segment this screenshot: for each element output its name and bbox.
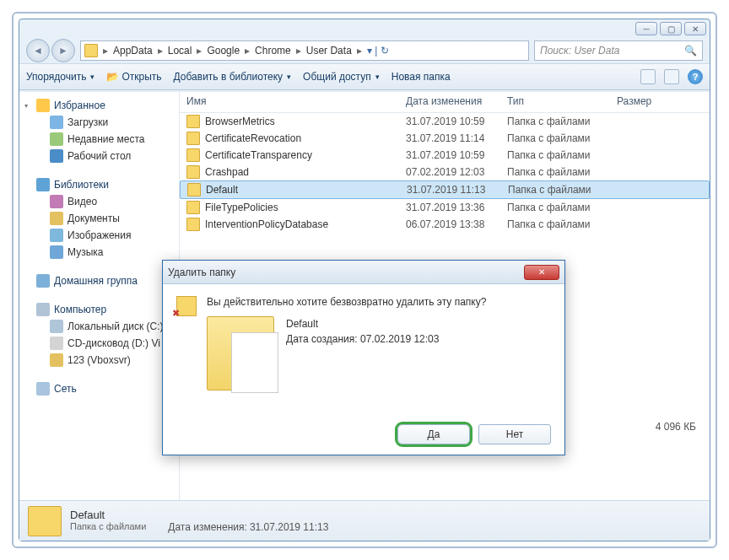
table-row[interactable]: FileTypePolicies31.07.2019 13:36Папка с …	[180, 199, 710, 216]
minimize-button[interactable]: ─	[635, 22, 657, 35]
share-icon	[50, 353, 63, 367]
breadcrumb-seg[interactable]: User Data	[303, 45, 355, 57]
file-date: 31.07.2019 11:14	[406, 132, 507, 144]
dialog-message: Вы действительно хотите безвозвратно уда…	[207, 296, 551, 308]
breadcrumb[interactable]: ▸ AppData▸ Local▸ Google▸ Chrome▸ User D…	[80, 40, 529, 61]
column-headers[interactable]: Имя Дата изменения Тип Размер	[180, 92, 710, 113]
sidebar-favorites[interactable]: Избранное	[19, 97, 179, 114]
file-type: Папка с файлами	[507, 218, 617, 230]
sidebar-item-cd-drive[interactable]: CD-дисковод (D:) Vi	[19, 335, 179, 352]
folder-large-icon	[207, 316, 274, 390]
dialog-item-info: Default Дата создания: 07.02.2019 12:03	[286, 316, 439, 390]
status-type: Папка с файлами	[70, 521, 146, 533]
file-name: CertificateTransparency	[205, 149, 406, 161]
col-date[interactable]: Дата изменения	[406, 95, 507, 107]
sidebar-computer[interactable]: Компьютер	[19, 301, 179, 318]
sidebar-item-local-disk[interactable]: Локальный диск (C:)	[19, 318, 179, 335]
folder-icon	[28, 506, 62, 536]
open-button[interactable]: 📂 Открыть	[106, 71, 161, 83]
preview-pane-button[interactable]	[664, 69, 679, 84]
sidebar-item-share[interactable]: 123 (Vboxsvr)	[19, 352, 179, 369]
breadcrumb-seg[interactable]: Local	[165, 45, 196, 57]
dialog-titlebar: Удалить папку ✕	[163, 261, 564, 284]
folder-icon	[84, 44, 98, 57]
sidebar-homegroup[interactable]: Домашняя группа	[19, 272, 179, 289]
no-button[interactable]: Нет	[478, 424, 551, 444]
file-type: Папка с файлами	[507, 166, 617, 178]
file-date: 31.07.2019 13:36	[406, 202, 507, 213]
nav-forward-button[interactable]: ►	[51, 39, 75, 62]
file-name: InterventionPolicyDatabase	[205, 218, 406, 230]
sidebar-item-music[interactable]: Музыка	[19, 244, 179, 261]
address-row: ◄ ► ▸ AppData▸ Local▸ Google▸ Chrome▸ Us…	[19, 38, 710, 63]
share-button[interactable]: Общий доступ	[303, 71, 380, 83]
file-date: 06.07.2019 13:38	[406, 218, 507, 230]
folder-icon	[186, 115, 200, 128]
file-date: 07.02.2019 12:03	[406, 166, 507, 178]
titlebar: ─ ▢ ✕	[19, 19, 710, 38]
sidebar-network[interactable]: Сеть	[19, 380, 179, 397]
table-row[interactable]: CertificateRevocation31.07.2019 11:14Пап…	[180, 130, 710, 147]
table-row[interactable]: Default31.07.2019 11:13Папка с файлами	[180, 180, 710, 199]
folder-icon	[186, 201, 200, 214]
sidebar-item-documents[interactable]: Документы	[19, 210, 179, 227]
table-row[interactable]: CertificateTransparency31.07.2019 10:59П…	[180, 147, 710, 164]
col-name[interactable]: Имя	[186, 95, 406, 107]
folder-icon	[186, 148, 200, 162]
file-type: Папка с файлами	[507, 132, 617, 144]
help-button[interactable]: ?	[688, 69, 703, 84]
warning-icon	[176, 296, 197, 316]
view-options-button[interactable]	[640, 69, 656, 84]
sidebar-item-images[interactable]: Изображения	[19, 227, 179, 244]
col-type[interactable]: Тип	[507, 95, 617, 107]
breadcrumb-seg[interactable]: AppData	[110, 45, 156, 57]
search-icon: 🔍	[684, 45, 697, 57]
organize-button[interactable]: Упорядочить	[26, 71, 94, 83]
maximize-button[interactable]: ▢	[660, 22, 682, 35]
documents-icon	[50, 212, 63, 225]
folder-icon	[187, 183, 201, 197]
col-size[interactable]: Размер	[617, 95, 710, 107]
cd-icon	[50, 337, 63, 350]
star-icon	[36, 99, 50, 112]
file-name: Crashpad	[205, 166, 406, 178]
table-row[interactable]: InterventionPolicyDatabase06.07.2019 13:…	[180, 216, 710, 233]
file-name: Default	[206, 184, 407, 196]
statusbar: Default Папка с файлами Дата изменения: …	[19, 500, 710, 541]
hdd-icon	[50, 320, 63, 333]
add-to-library-button[interactable]: Добавить в библиотеку	[174, 71, 292, 83]
folder-icon	[186, 165, 200, 179]
file-date: 31.07.2019 10:59	[406, 149, 507, 161]
recent-icon	[50, 132, 63, 146]
images-icon	[50, 229, 63, 242]
sidebar-item-video[interactable]: Видео	[19, 193, 179, 210]
search-input[interactable]: Поиск: User Data 🔍	[534, 40, 703, 61]
breadcrumb-seg[interactable]: Google	[203, 45, 243, 57]
file-name: FileTypePolicies	[205, 202, 406, 213]
file-date: 31.07.2019 11:13	[407, 184, 508, 196]
sidebar-item-recent[interactable]: Недавние места	[19, 131, 179, 148]
delete-dialog: Удалить папку ✕ Вы действительно хотите …	[162, 260, 565, 455]
close-button[interactable]: ✕	[684, 22, 706, 35]
sidebar: Избранное Загрузки Недавние места Рабочи…	[19, 92, 180, 500]
toolbar: Упорядочить 📂 Открыть Добавить в библиот…	[19, 63, 710, 90]
table-row[interactable]: BrowserMetrics31.07.2019 10:59Папка с фа…	[180, 113, 710, 130]
sidebar-item-downloads[interactable]: Загрузки	[19, 114, 179, 131]
sidebar-libraries[interactable]: Библиотеки	[19, 176, 179, 193]
file-type: Папка с файлами	[507, 116, 617, 127]
table-row[interactable]: Crashpad07.02.2019 12:03Папка с файлами	[180, 164, 710, 180]
downloads-icon	[50, 116, 63, 129]
folder-icon	[186, 218, 200, 231]
video-icon	[50, 195, 63, 208]
nav-back-button[interactable]: ◄	[26, 39, 50, 62]
folder-icon	[186, 132, 200, 145]
new-folder-button[interactable]: Новая папка	[392, 71, 451, 83]
sidebar-item-desktop[interactable]: Рабочий стол	[19, 148, 179, 164]
search-placeholder: Поиск: User Data	[540, 45, 619, 57]
dialog-close-button[interactable]: ✕	[524, 265, 559, 280]
yes-button[interactable]: Да	[397, 424, 470, 444]
refresh-button[interactable]: ▾ | ↻	[367, 45, 389, 57]
status-name: Default	[70, 509, 328, 521]
breadcrumb-seg[interactable]: Chrome	[251, 45, 294, 57]
computer-icon	[36, 303, 50, 316]
